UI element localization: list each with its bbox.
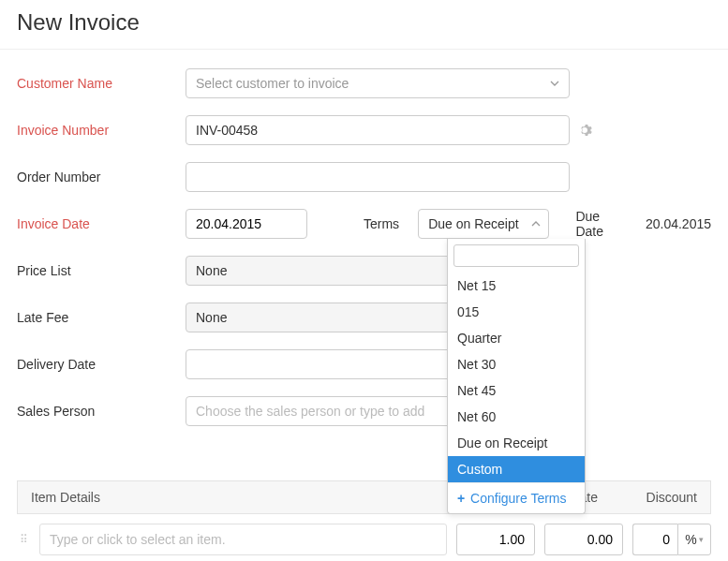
price-list-label: Price List [17,263,186,278]
sales-person-label: Sales Person [17,404,186,419]
invoice-date-label: Invoice Date [17,216,186,231]
price-list-value: None [196,263,227,278]
discount-input[interactable] [632,524,677,555]
terms-option[interactable]: Net 15 [448,273,585,299]
due-date-value: 20.04.2015 [646,216,711,231]
item-input[interactable] [39,524,447,555]
terms-dropdown: Net 15015QuarterNet 30Net 45Net 60Due on… [447,239,586,514]
discount-unit-value: % [685,532,696,547]
due-date-label: Due Date [575,209,629,239]
late-fee-value: None [196,310,227,325]
customer-select[interactable]: Select customer to invoice [186,68,570,98]
plus-icon: + [457,491,465,506]
quantity-input[interactable] [456,524,535,555]
invoice-number-input[interactable] [186,115,570,145]
chevron-up-icon [531,221,541,227]
configure-terms-link[interactable]: + Configure Terms [448,482,585,513]
chevron-down-icon [550,81,559,86]
terms-search-input[interactable] [453,244,579,267]
invoice-form: Customer Name Select customer to invoice… [0,50,728,426]
configure-terms-label: Configure Terms [470,491,566,506]
rate-input[interactable] [544,524,623,555]
terms-label: Terms [364,216,399,231]
terms-selected-value: Due on Receipt [428,216,519,231]
terms-option[interactable]: Net 60 [448,404,585,430]
chevron-down-icon: ▾ [699,535,704,544]
terms-select[interactable]: Due on Receipt [418,209,549,239]
order-number-label: Order Number [17,170,186,185]
terms-option[interactable]: 015 [448,299,585,325]
order-number-input[interactable] [186,162,570,192]
terms-option[interactable]: Custom [448,456,585,482]
invoice-number-label: Invoice Number [17,123,186,138]
page-title: New Invoice [0,0,728,50]
column-header-discount: Discount [611,490,710,505]
line-items-table: Item Details Rate Discount ⠿ % ▾ [0,480,728,561]
drag-handle-icon[interactable]: ⠿ [17,535,30,544]
terms-option[interactable]: Due on Receipt [448,430,585,456]
delivery-date-label: Delivery Date [17,357,186,372]
gear-icon[interactable] [577,123,592,138]
customer-name-label: Customer Name [17,76,186,91]
customer-select-placeholder: Select customer to invoice [196,76,349,91]
late-fee-label: Late Fee [17,310,186,325]
terms-option[interactable]: Net 45 [448,377,585,404]
discount-unit-select[interactable]: % ▾ [677,524,711,555]
table-row: ⠿ % ▾ [17,514,711,561]
terms-option[interactable]: Net 30 [448,351,585,377]
terms-option[interactable]: Quarter [448,325,585,351]
invoice-date-input[interactable] [186,209,307,239]
column-header-item: Item Details [18,490,498,505]
